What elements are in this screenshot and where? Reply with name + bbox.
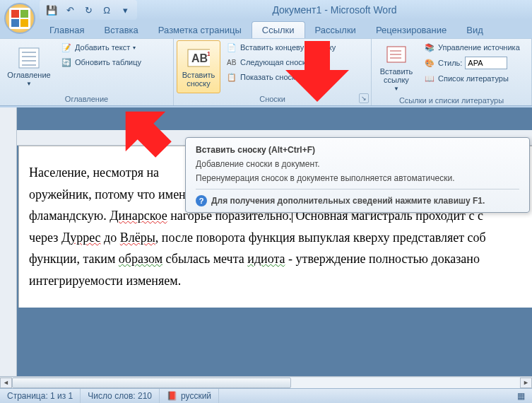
- insert-endnote-icon: 📄: [226, 42, 237, 53]
- group-toc: Оглавление ▼ 📝 Добавить текст ▾ 🔄 Обнови…: [0, 39, 174, 105]
- group-citations-label: Ссылки и списки литературы: [374, 95, 528, 107]
- tab-mailings[interactable]: Рассылки: [305, 22, 366, 38]
- ribbon-tabs: Главная Вставка Разметка страницы Ссылки…: [40, 20, 532, 38]
- status-language-label: русский: [181, 391, 211, 401]
- tab-insert[interactable]: Вставка: [94, 22, 148, 38]
- red-arrow-1: [117, 103, 174, 160]
- svg-text:AB: AB: [227, 59, 237, 66]
- text-fragment: , после поворота функция выпуклая кверху…: [155, 230, 486, 245]
- text-fragment: Население, несмотря на: [29, 165, 159, 180]
- text-fragment: до: [101, 230, 120, 245]
- tab-page-layout[interactable]: Разметка страницы: [148, 22, 252, 38]
- tooltip-desc-1: Добавление сноски в документ.: [196, 159, 519, 169]
- office-logo-icon: [9, 8, 30, 29]
- view-buttons[interactable]: ▦: [510, 389, 532, 403]
- show-footnotes-icon: 📋: [226, 71, 237, 83]
- spell-error: Влёры: [120, 230, 155, 245]
- text-fragment: функции, таким: [29, 252, 119, 266]
- office-button[interactable]: [4, 3, 35, 34]
- svg-marker-14: [285, 41, 349, 102]
- bibliography-icon: 📖: [424, 73, 435, 84]
- tooltip-help: ? Для получения дополнительных сведений …: [196, 195, 519, 206]
- save-button[interactable]: 💾: [44, 2, 59, 18]
- scroll-thumb[interactable]: [12, 378, 291, 388]
- text-fragment: сбылась мечта: [162, 252, 247, 266]
- scroll-track[interactable]: [12, 378, 520, 388]
- status-page[interactable]: Страница: 1 из 1: [0, 389, 81, 403]
- spell-error: Динарское: [110, 209, 167, 223]
- svg-text:1: 1: [207, 50, 210, 57]
- bibliography-label: Список литературы: [438, 74, 509, 83]
- grammar-error: идиота: [247, 252, 285, 266]
- svg-text:AB: AB: [191, 52, 208, 64]
- scroll-left-button[interactable]: ◄: [0, 378, 12, 388]
- title-bar: 💾 ↶ ↻ Ω ▾ Документ1 - Microsoft Word: [0, 0, 532, 20]
- ribbon: Оглавление ▼ 📝 Добавить текст ▾ 🔄 Обнови…: [0, 38, 532, 106]
- footnotes-dialog-launcher[interactable]: ↘: [359, 93, 369, 103]
- style-input[interactable]: [465, 57, 507, 69]
- undo-button[interactable]: ↶: [62, 2, 78, 18]
- manage-sources-icon: 📚: [424, 42, 435, 53]
- bibliography-button[interactable]: 📖 Список литературы: [420, 71, 524, 86]
- window-title: Документ1 - Microsoft Word: [137, 4, 532, 16]
- spell-error: Дуррес: [61, 230, 101, 245]
- status-word-count[interactable]: Число слов: 210: [81, 389, 160, 403]
- insert-footnote-label: Вставить сноску: [179, 71, 218, 88]
- scroll-right-button[interactable]: ►: [520, 378, 532, 388]
- svg-marker-13: [117, 103, 174, 160]
- tab-view[interactable]: Вид: [456, 22, 493, 38]
- text-fragment: фламандскую.: [29, 209, 110, 223]
- text-fragment: - утверждение полностью доказано: [285, 252, 480, 266]
- update-table-label: Обновить таблицу: [75, 58, 141, 66]
- help-icon: ?: [196, 195, 207, 206]
- insert-footnote-button[interactable]: AB1 Вставить сноску: [177, 40, 220, 93]
- tooltip-title: Вставить сноску (Alt+Ctrl+F): [196, 145, 519, 155]
- tooltip-help-text: Для получения дополнительных сведений на…: [211, 196, 485, 206]
- quick-access-toolbar: 💾 ↶ ↻ Ω ▾: [40, 0, 137, 20]
- vertical-ruler[interactable]: [0, 107, 17, 388]
- style-selector[interactable]: 🎨 Стиль:: [420, 55, 524, 71]
- red-arrow-2: [285, 38, 349, 102]
- toc-label: Оглавление: [7, 71, 50, 79]
- update-table-button[interactable]: 🔄 Обновить таблицу: [57, 55, 146, 69]
- update-table-icon: 🔄: [61, 57, 72, 68]
- insert-citation-button[interactable]: Вставить ссылку ▼: [374, 40, 418, 95]
- tab-home[interactable]: Главная: [40, 22, 94, 38]
- status-language[interactable]: 📕 русский: [160, 389, 219, 403]
- tooltip-desc-2: Перенумерация сносок в документе выполня…: [196, 173, 519, 183]
- text-fragment: интегрируемости изменяем.: [29, 274, 181, 288]
- qat-customize-button[interactable]: ▾: [117, 2, 133, 18]
- insert-citation-label: Вставить ссылку: [376, 67, 417, 84]
- toc-icon: [18, 47, 40, 69]
- manage-sources-label: Управление источника: [438, 43, 520, 52]
- style-label: Стиль:: [438, 59, 462, 67]
- style-icon: 🎨: [424, 57, 435, 69]
- manage-sources-button[interactable]: 📚 Управление источника: [420, 40, 524, 54]
- insert-footnote-icon: AB1: [187, 47, 210, 69]
- tooltip-insert-footnote: Вставить сноску (Alt+Ctrl+F) Добавление …: [185, 137, 530, 213]
- text-fragment: через: [29, 230, 61, 245]
- insert-citation-icon: [385, 43, 408, 66]
- grammar-error: образом: [119, 252, 162, 266]
- add-text-icon: 📝: [61, 42, 72, 53]
- proofing-icon: 📕: [167, 391, 177, 401]
- horizontal-scrollbar[interactable]: ◄ ►: [0, 376, 532, 388]
- redo-button[interactable]: ↻: [81, 2, 96, 18]
- tab-review[interactable]: Рецензирование: [366, 22, 456, 38]
- add-text-label: Добавить текст: [75, 43, 130, 52]
- toc-button[interactable]: Оглавление ▼: [3, 40, 55, 93]
- status-bar: Страница: 1 из 1 Число слов: 210 📕 русск…: [0, 388, 532, 403]
- tab-references[interactable]: Ссылки: [252, 21, 305, 38]
- repeat-button[interactable]: Ω: [99, 2, 114, 18]
- add-text-button[interactable]: 📝 Добавить текст ▾: [57, 40, 146, 54]
- tooltip-divider: [196, 189, 519, 189]
- next-footnote-icon: AB: [226, 57, 237, 68]
- group-citations: Вставить ссылку ▼ 📚 Управление источника…: [372, 39, 532, 105]
